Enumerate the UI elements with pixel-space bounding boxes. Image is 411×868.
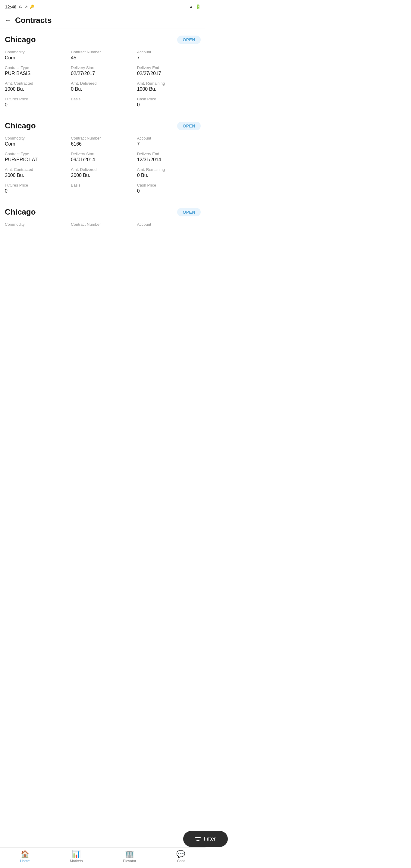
cash-price-group-2: Cash Price 0 (137, 183, 201, 194)
cash-price-label-2: Cash Price (137, 183, 201, 187)
amt-remaining-label-1: Amt. Remaining (137, 81, 201, 86)
contract-number-group-1: Contract Number 45 (71, 50, 134, 61)
amt-remaining-label-2: Amt. Remaining (137, 167, 201, 172)
commodity-value-1: Corn (5, 55, 68, 61)
account-value-1: 7 (137, 55, 201, 61)
contract-number-label-1: Contract Number (71, 50, 134, 54)
delivery-end-group-1: Delivery End 02/27/2017 (137, 65, 201, 76)
sim-icon: 🗂 (19, 4, 23, 9)
status-badge-2: OPEN (177, 122, 201, 130)
amt-contracted-value-1: 1000 Bu. (5, 87, 68, 92)
contract-card-1: Chicago OPEN Commodity Corn Contract Num… (0, 29, 205, 115)
contract-number-value-1: 45 (71, 55, 134, 61)
amt-delivered-label-1: Amt. Delivered (71, 81, 134, 86)
account-group-3: Account (137, 222, 201, 227)
account-group-2: Account 7 (137, 136, 201, 147)
amt-delivered-group-1: Amt. Delivered 0 Bu. (71, 81, 134, 92)
amt-delivered-group-2: Amt. Delivered 2000 Bu. (71, 167, 134, 178)
contract-number-value-2: 6166 (71, 141, 134, 147)
amt-delivered-value-2: 2000 Bu. (71, 173, 134, 178)
amt-remaining-group-2: Amt. Remaining 0 Bu. (137, 167, 201, 178)
commodity-group-2: Commodity Corn (5, 136, 68, 147)
wifi-icon: ▲ (189, 4, 193, 9)
card-header-3: Chicago OPEN (5, 207, 201, 217)
status-system-icons: 🗂 ⊘ 🔑 (19, 4, 34, 9)
account-label-3: Account (137, 222, 201, 227)
delivery-start-value-1: 02/27/2017 (71, 71, 134, 76)
delivery-end-group-2: Delivery End 12/31/2014 (137, 152, 201, 162)
basis-label-1: Basis (71, 97, 134, 101)
futures-price-group-2: Futures Price 0 (5, 183, 68, 194)
contract-card-3: Chicago OPEN Commodity Contract Number A… (0, 201, 205, 234)
commodity-label-1: Commodity (5, 50, 68, 54)
contract-number-label-3: Contract Number (71, 222, 134, 227)
contract-type-group-2: Contract Type PUR/PRIC LAT (5, 152, 68, 162)
account-group-1: Account 7 (137, 50, 201, 61)
back-button[interactable]: ← (5, 17, 11, 24)
location-name-3: Chicago (5, 207, 36, 217)
key-icon: 🔑 (30, 4, 34, 9)
status-time: 12:46 (5, 4, 16, 9)
fields-grid-3: Commodity Contract Number Account (5, 222, 201, 227)
account-label-2: Account (137, 136, 201, 141)
amt-contracted-label-1: Amt. Contracted (5, 81, 68, 86)
contract-type-label-2: Contract Type (5, 152, 68, 156)
cash-price-group-1: Cash Price 0 (137, 97, 201, 107)
status-right: ▲ 🔋 (189, 4, 201, 9)
delivery-start-group-1: Delivery Start 02/27/2017 (71, 65, 134, 76)
amt-contracted-group-1: Amt. Contracted 1000 Bu. (5, 81, 68, 92)
cash-price-value-1: 0 (137, 102, 201, 107)
contract-type-group-1: Contract Type PUR BASIS (5, 65, 68, 76)
contract-list: Chicago OPEN Commodity Corn Contract Num… (0, 29, 205, 264)
fields-grid-2: Commodity Corn Contract Number 6166 Acco… (5, 136, 201, 194)
nav-icon-status: ⊘ (24, 4, 28, 9)
contract-type-label-1: Contract Type (5, 65, 68, 70)
contract-number-group-2: Contract Number 6166 (71, 136, 134, 147)
contract-type-value-2: PUR/PRIC LAT (5, 157, 68, 162)
contract-type-value-1: PUR BASIS (5, 71, 68, 76)
delivery-end-label-2: Delivery End (137, 152, 201, 156)
amt-contracted-group-2: Amt. Contracted 2000 Bu. (5, 167, 68, 178)
amt-delivered-label-2: Amt. Delivered (71, 167, 134, 172)
battery-icon: 🔋 (195, 4, 201, 9)
amt-remaining-group-1: Amt. Remaining 1000 Bu. (137, 81, 201, 92)
futures-price-group-1: Futures Price 0 (5, 97, 68, 107)
commodity-value-2: Corn (5, 141, 68, 147)
contract-number-group-3: Contract Number (71, 222, 134, 227)
delivery-end-value-2: 12/31/2014 (137, 157, 201, 162)
delivery-end-value-1: 02/27/2017 (137, 71, 201, 76)
basis-label-2: Basis (71, 183, 134, 187)
status-bar: 12:46 🗂 ⊘ 🔑 ▲ 🔋 (0, 0, 205, 12)
delivery-start-label-1: Delivery Start (71, 65, 134, 70)
amt-contracted-label-2: Amt. Contracted (5, 167, 68, 172)
futures-price-value-2: 0 (5, 188, 68, 194)
delivery-start-label-2: Delivery Start (71, 152, 134, 156)
commodity-group-3: Commodity (5, 222, 68, 227)
fields-grid-1: Commodity Corn Contract Number 45 Accoun… (5, 50, 201, 107)
status-badge-3: OPEN (177, 208, 201, 216)
account-label-1: Account (137, 50, 201, 54)
amt-contracted-value-2: 2000 Bu. (5, 173, 68, 178)
amt-delivered-value-1: 0 Bu. (71, 87, 134, 92)
delivery-end-label-1: Delivery End (137, 65, 201, 70)
basis-group-1: Basis (71, 97, 134, 107)
futures-price-value-1: 0 (5, 102, 68, 107)
status-badge-1: OPEN (177, 36, 201, 44)
delivery-start-group-2: Delivery Start 09/01/2014 (71, 152, 134, 162)
amt-remaining-value-1: 1000 Bu. (137, 87, 201, 92)
status-left: 12:46 🗂 ⊘ 🔑 (5, 4, 34, 9)
page-title: Contracts (15, 16, 52, 25)
page-header: ← Contracts (0, 12, 205, 29)
card-header-1: Chicago OPEN (5, 35, 201, 44)
amt-remaining-value-2: 0 Bu. (137, 173, 201, 178)
delivery-start-value-2: 09/01/2014 (71, 157, 134, 162)
contract-number-label-2: Contract Number (71, 136, 134, 141)
contract-card-2: Chicago OPEN Commodity Corn Contract Num… (0, 115, 205, 201)
cash-price-value-2: 0 (137, 188, 201, 194)
account-value-2: 7 (137, 141, 201, 147)
cash-price-label-1: Cash Price (137, 97, 201, 101)
commodity-group-1: Commodity Corn (5, 50, 68, 61)
futures-price-label-2: Futures Price (5, 183, 68, 187)
basis-group-2: Basis (71, 183, 134, 194)
location-name-2: Chicago (5, 121, 36, 130)
